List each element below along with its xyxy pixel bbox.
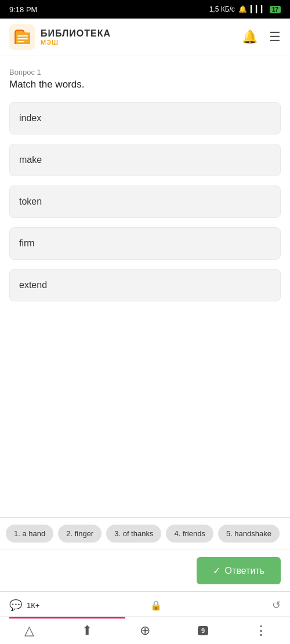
answer-bar: ✓ Ответить: [0, 550, 290, 591]
logo-title: БИБЛИОТЕКА: [41, 28, 111, 39]
nav-bar: △ ⬆ ⊕ 9 ⋮: [0, 618, 290, 642]
checkmark-icon: ✓: [213, 565, 220, 576]
word-card-5[interactable]: extend: [9, 269, 281, 301]
home-icon: △: [24, 623, 34, 638]
header: БИБЛИОТЕКА МЭШ 🔔 ☰: [0, 19, 290, 56]
share-icon: ⬆: [82, 623, 92, 638]
logo-subtitle: МЭШ: [41, 39, 111, 46]
question-text: Match the words.: [9, 79, 281, 90]
question-label: Вопрос 1: [9, 68, 281, 77]
word-card-2[interactable]: make: [9, 144, 281, 176]
signal-icon: 🔔: [238, 5, 247, 13]
network-speed: 1,5 КБ/с: [209, 5, 235, 13]
dots-icon: ⋮: [255, 623, 267, 638]
header-icons: 🔔 ☰: [242, 30, 281, 45]
signal-bars: ▎▎▎: [251, 5, 266, 13]
nav-dots[interactable]: ⋮: [232, 623, 290, 638]
answer-button[interactable]: ✓ Ответить: [197, 557, 281, 584]
refresh-icon[interactable]: ↺: [272, 599, 281, 612]
main-content: Вопрос 1 Match the words. index make tok…: [0, 56, 290, 517]
comments-count: 1К+: [27, 601, 39, 610]
option-chip-3[interactable]: 3. of thanks: [106, 525, 161, 543]
logo-area: БИБЛИОТЕКА МЭШ: [9, 24, 111, 50]
nav-home[interactable]: △: [0, 623, 58, 638]
nav-share[interactable]: ⬆: [58, 623, 116, 638]
answer-button-label: Ответить: [225, 566, 264, 576]
status-time: 9:18 PM: [9, 5, 37, 14]
status-bar: 9:18 PM 1,5 КБ/с 🔔 ▎▎▎ 17: [0, 0, 290, 19]
logo-text: БИБЛИОТЕКА МЭШ: [41, 28, 111, 46]
word-card-4[interactable]: firm: [9, 227, 281, 260]
option-chip-4[interactable]: 4. friends: [166, 525, 213, 543]
word-card-1[interactable]: index: [9, 102, 281, 134]
bell-icon[interactable]: 🔔: [242, 30, 258, 45]
nav-badge[interactable]: 9: [174, 626, 232, 635]
plus-icon: ⊕: [140, 623, 150, 638]
option-chip-1[interactable]: 1. a hand: [6, 525, 53, 543]
battery-indicator: 17: [270, 6, 281, 13]
options-bar: 1. a hand 2. finger 3. of thanks 4. frie…: [0, 517, 290, 550]
bottom-toolbar: 💬 1К+ 🔒 ↺ △ ⬆ ⊕ 9 ⋮: [0, 591, 290, 644]
status-right: 1,5 КБ/с 🔔 ▎▎▎ 17: [209, 5, 281, 13]
nav-plus[interactable]: ⊕: [116, 623, 174, 638]
comments-bar: 💬 1К+ 🔒 ↺: [0, 595, 290, 617]
lock-icon: 🔒: [150, 600, 162, 611]
menu-icon[interactable]: ☰: [269, 30, 281, 45]
logo-icon: [9, 24, 35, 50]
comments-left: 💬 1К+: [9, 599, 39, 612]
comment-icon: 💬: [9, 599, 22, 612]
badge-label: 9: [198, 626, 208, 635]
word-card-3[interactable]: token: [9, 185, 281, 218]
option-chip-2[interactable]: 2. finger: [58, 525, 102, 543]
option-chip-5[interactable]: 5. handshake: [218, 525, 280, 543]
